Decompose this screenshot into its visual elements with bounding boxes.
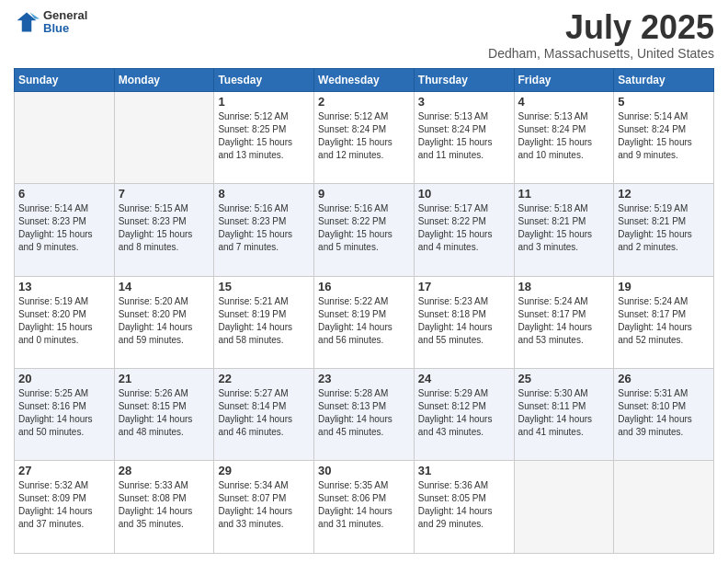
day-number: 17 [418, 280, 510, 293]
calendar-cell: 16Sunrise: 5:22 AM Sunset: 8:19 PM Dayli… [314, 276, 415, 368]
day-number: 24 [418, 372, 510, 385]
calendar-cell: 1Sunrise: 5:12 AM Sunset: 8:25 PM Daylig… [214, 91, 314, 183]
calendar-cell: 10Sunrise: 5:17 AM Sunset: 8:22 PM Dayli… [414, 184, 514, 276]
day-info: Sunrise: 5:28 AM Sunset: 8:13 PM Dayligh… [318, 387, 410, 439]
day-info: Sunrise: 5:15 AM Sunset: 8:23 PM Dayligh… [119, 202, 210, 254]
calendar-cell: 2Sunrise: 5:12 AM Sunset: 8:24 PM Daylig… [314, 91, 415, 183]
day-info: Sunrise: 5:25 AM Sunset: 8:16 PM Dayligh… [18, 387, 110, 439]
calendar-cell: 17Sunrise: 5:23 AM Sunset: 8:18 PM Dayli… [414, 276, 514, 368]
logo: General Blue [14, 9, 87, 36]
calendar-week-row: 13Sunrise: 5:19 AM Sunset: 8:20 PM Dayli… [15, 276, 714, 368]
day-info: Sunrise: 5:24 AM Sunset: 8:17 PM Dayligh… [618, 295, 710, 347]
day-info: Sunrise: 5:22 AM Sunset: 8:19 PM Dayligh… [318, 295, 410, 347]
month-title: July 2025 [488, 9, 714, 46]
calendar-cell: 4Sunrise: 5:13 AM Sunset: 8:24 PM Daylig… [514, 91, 614, 183]
day-number: 13 [18, 280, 110, 293]
day-number: 3 [418, 95, 510, 109]
calendar-cell: 12Sunrise: 5:19 AM Sunset: 8:21 PM Dayli… [614, 184, 714, 276]
weekday-header: Saturday [614, 68, 714, 91]
day-info: Sunrise: 5:19 AM Sunset: 8:20 PM Dayligh… [18, 295, 110, 347]
day-number: 9 [318, 187, 410, 201]
calendar-cell: 9Sunrise: 5:16 AM Sunset: 8:22 PM Daylig… [314, 184, 415, 276]
weekday-header: Monday [114, 68, 214, 91]
page: General Blue July 2025 Dedham, Massachus… [0, 0, 728, 563]
day-number: 18 [518, 280, 610, 293]
day-number: 8 [218, 187, 310, 201]
day-info: Sunrise: 5:17 AM Sunset: 8:22 PM Dayligh… [418, 202, 510, 254]
logo-general: General [43, 9, 87, 22]
day-number: 7 [119, 187, 210, 201]
day-info: Sunrise: 5:21 AM Sunset: 8:19 PM Dayligh… [218, 295, 310, 347]
day-info: Sunrise: 5:12 AM Sunset: 8:24 PM Dayligh… [318, 110, 410, 162]
logo-text: General Blue [43, 9, 87, 36]
day-number: 11 [518, 187, 610, 201]
day-info: Sunrise: 5:36 AM Sunset: 8:05 PM Dayligh… [418, 479, 510, 531]
weekday-header-row: SundayMondayTuesdayWednesdayThursdayFrid… [15, 68, 714, 91]
calendar-table: SundayMondayTuesdayWednesdayThursdayFrid… [14, 68, 714, 554]
day-info: Sunrise: 5:13 AM Sunset: 8:24 PM Dayligh… [518, 110, 610, 162]
day-number: 28 [119, 464, 210, 477]
calendar-cell: 30Sunrise: 5:35 AM Sunset: 8:06 PM Dayli… [314, 461, 415, 554]
day-info: Sunrise: 5:13 AM Sunset: 8:24 PM Dayligh… [418, 110, 510, 162]
day-number: 19 [618, 280, 710, 293]
calendar-cell [15, 91, 115, 183]
calendar-cell: 24Sunrise: 5:29 AM Sunset: 8:12 PM Dayli… [414, 369, 514, 461]
day-info: Sunrise: 5:30 AM Sunset: 8:11 PM Dayligh… [518, 387, 610, 439]
calendar-cell: 20Sunrise: 5:25 AM Sunset: 8:16 PM Dayli… [15, 369, 115, 461]
day-number: 27 [18, 464, 110, 477]
calendar-cell [114, 91, 214, 183]
day-number: 23 [318, 372, 410, 385]
calendar-cell: 28Sunrise: 5:33 AM Sunset: 8:08 PM Dayli… [114, 461, 214, 554]
day-number: 25 [518, 372, 610, 385]
day-info: Sunrise: 5:14 AM Sunset: 8:23 PM Dayligh… [18, 202, 110, 254]
day-info: Sunrise: 5:14 AM Sunset: 8:24 PM Dayligh… [618, 110, 710, 162]
calendar-cell: 15Sunrise: 5:21 AM Sunset: 8:19 PM Dayli… [214, 276, 314, 368]
calendar-cell: 21Sunrise: 5:26 AM Sunset: 8:15 PM Dayli… [114, 369, 214, 461]
day-number: 10 [418, 187, 510, 201]
day-info: Sunrise: 5:34 AM Sunset: 8:07 PM Dayligh… [218, 479, 310, 531]
day-info: Sunrise: 5:33 AM Sunset: 8:08 PM Dayligh… [119, 479, 210, 531]
day-number: 2 [318, 95, 410, 109]
day-info: Sunrise: 5:32 AM Sunset: 8:09 PM Dayligh… [18, 479, 110, 531]
day-number: 21 [119, 372, 210, 385]
day-number: 15 [218, 280, 310, 293]
day-number: 31 [418, 464, 510, 477]
day-number: 26 [618, 372, 710, 385]
day-number: 16 [318, 280, 410, 293]
day-number: 6 [18, 187, 110, 201]
weekday-header: Thursday [414, 68, 514, 91]
calendar-cell: 7Sunrise: 5:15 AM Sunset: 8:23 PM Daylig… [114, 184, 214, 276]
day-info: Sunrise: 5:27 AM Sunset: 8:14 PM Dayligh… [218, 387, 310, 439]
day-number: 29 [218, 464, 310, 477]
calendar-week-row: 1Sunrise: 5:12 AM Sunset: 8:25 PM Daylig… [15, 91, 714, 183]
weekday-header: Sunday [15, 68, 115, 91]
day-info: Sunrise: 5:16 AM Sunset: 8:22 PM Dayligh… [318, 202, 410, 254]
day-number: 30 [318, 464, 410, 477]
calendar-week-row: 20Sunrise: 5:25 AM Sunset: 8:16 PM Dayli… [15, 369, 714, 461]
day-number: 20 [18, 372, 110, 385]
calendar-cell: 23Sunrise: 5:28 AM Sunset: 8:13 PM Dayli… [314, 369, 415, 461]
day-info: Sunrise: 5:18 AM Sunset: 8:21 PM Dayligh… [518, 202, 610, 254]
day-info: Sunrise: 5:24 AM Sunset: 8:17 PM Dayligh… [518, 295, 610, 347]
day-number: 5 [618, 95, 710, 109]
calendar-cell: 27Sunrise: 5:32 AM Sunset: 8:09 PM Dayli… [15, 461, 115, 554]
day-info: Sunrise: 5:31 AM Sunset: 8:10 PM Dayligh… [618, 387, 710, 439]
weekday-header: Wednesday [314, 68, 415, 91]
calendar-cell: 26Sunrise: 5:31 AM Sunset: 8:10 PM Dayli… [614, 369, 714, 461]
calendar-cell: 31Sunrise: 5:36 AM Sunset: 8:05 PM Dayli… [414, 461, 514, 554]
calendar-cell: 19Sunrise: 5:24 AM Sunset: 8:17 PM Dayli… [614, 276, 714, 368]
logo-icon [14, 9, 40, 35]
calendar-cell: 13Sunrise: 5:19 AM Sunset: 8:20 PM Dayli… [15, 276, 115, 368]
day-info: Sunrise: 5:12 AM Sunset: 8:25 PM Dayligh… [218, 110, 310, 162]
day-info: Sunrise: 5:35 AM Sunset: 8:06 PM Dayligh… [318, 479, 410, 531]
day-info: Sunrise: 5:23 AM Sunset: 8:18 PM Dayligh… [418, 295, 510, 347]
logo-blue: Blue [43, 22, 87, 35]
weekday-header: Friday [514, 68, 614, 91]
calendar-week-row: 6Sunrise: 5:14 AM Sunset: 8:23 PM Daylig… [15, 184, 714, 276]
calendar-cell [514, 461, 614, 554]
day-info: Sunrise: 5:29 AM Sunset: 8:12 PM Dayligh… [418, 387, 510, 439]
calendar-cell: 5Sunrise: 5:14 AM Sunset: 8:24 PM Daylig… [614, 91, 714, 183]
title-area: July 2025 Dedham, Massachusetts, United … [488, 9, 714, 61]
calendar-cell: 11Sunrise: 5:18 AM Sunset: 8:21 PM Dayli… [514, 184, 614, 276]
calendar-cell: 22Sunrise: 5:27 AM Sunset: 8:14 PM Dayli… [214, 369, 314, 461]
